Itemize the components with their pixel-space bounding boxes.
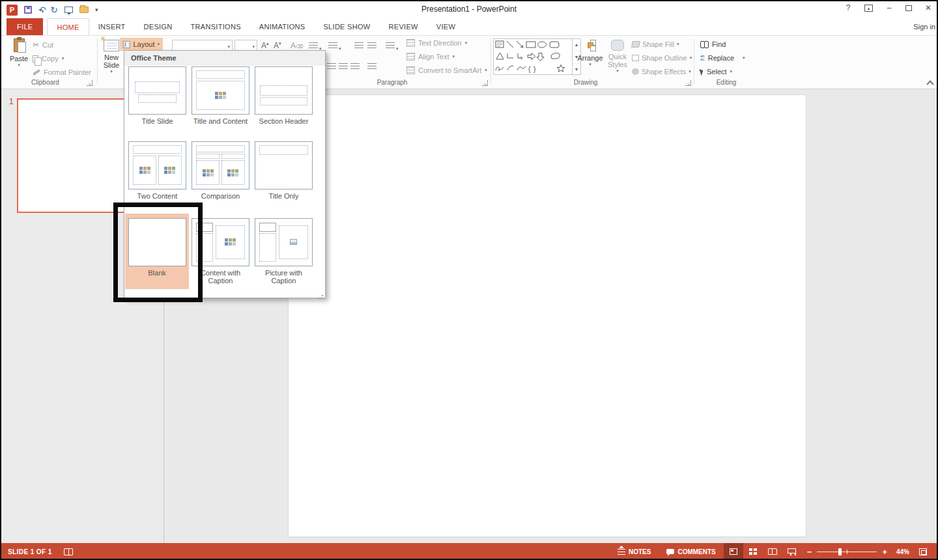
tab-home[interactable]: HOME bbox=[47, 18, 89, 35]
reading-view-button[interactable] bbox=[763, 543, 782, 560]
menu-resize-grip[interactable] bbox=[318, 291, 323, 296]
tab-slideshow[interactable]: SLIDE SHOW bbox=[314, 18, 379, 35]
slide-show-button[interactable] bbox=[782, 543, 802, 560]
paragraph-dialog-launcher[interactable] bbox=[482, 80, 488, 86]
svg-text:}: } bbox=[533, 65, 536, 73]
layout-option-title-and-content[interactable]: Title and Content bbox=[189, 66, 252, 125]
align-center-button[interactable] bbox=[339, 63, 348, 70]
notes-button[interactable]: NOTES bbox=[610, 543, 659, 560]
layout-option-two-content[interactable]: Two Content bbox=[126, 141, 189, 200]
sign-in-link[interactable]: Sign in bbox=[913, 23, 935, 31]
svg-text:{: { bbox=[528, 65, 531, 73]
layout-option-title-slide[interactable]: Title Slide bbox=[126, 66, 189, 125]
format-painter-icon bbox=[33, 69, 40, 76]
line-spacing-button[interactable] bbox=[386, 42, 395, 49]
zoom-slider[interactable] bbox=[817, 552, 877, 552]
layout-option-section-header[interactable]: Section Header bbox=[252, 66, 315, 125]
replace-icon: abac bbox=[700, 55, 705, 61]
align-right-button[interactable] bbox=[350, 63, 360, 70]
shape-outline-button[interactable]: Shape Outline ▾ bbox=[632, 53, 692, 63]
drawing-group-label: Drawing bbox=[556, 79, 615, 86]
normal-view-button[interactable] bbox=[724, 543, 743, 560]
paste-button[interactable]: Paste ▾ bbox=[8, 38, 30, 80]
slide-show-icon bbox=[788, 548, 796, 553]
paragraph-group-label: Paragraph bbox=[363, 79, 421, 86]
close-button[interactable]: ✕ bbox=[922, 3, 934, 12]
quick-styles-button[interactable]: Quick Styles ▾ bbox=[606, 38, 629, 80]
minimize-button[interactable]: – bbox=[883, 3, 895, 12]
zoom-in-icon[interactable]: + bbox=[882, 547, 887, 557]
shape-effects-button[interactable]: Shape Effects ▾ bbox=[632, 66, 691, 77]
ribbon-tab-row: FILE HOME INSERT DESIGN TRANSITIONS ANIM… bbox=[1, 18, 937, 36]
increase-font-size-button[interactable]: A▴ bbox=[261, 41, 269, 50]
tab-review[interactable]: REVIEW bbox=[380, 18, 427, 35]
tab-transitions[interactable]: TRANSITIONS bbox=[182, 18, 250, 35]
tab-insert[interactable]: INSERT bbox=[89, 18, 135, 35]
comments-button[interactable]: COMMENTS bbox=[659, 543, 723, 560]
maximize-button[interactable] bbox=[905, 5, 912, 11]
new-slide-icon bbox=[104, 40, 119, 51]
help-icon[interactable]: ? bbox=[842, 3, 854, 12]
tab-design[interactable]: DESIGN bbox=[135, 18, 182, 35]
increase-indent-button[interactable] bbox=[367, 42, 377, 49]
slide-canvas[interactable] bbox=[288, 94, 806, 537]
decrease-indent-button[interactable] bbox=[354, 42, 363, 49]
ribbon-display-options-icon[interactable]: ▴ bbox=[864, 5, 873, 12]
title-bar: P ↶▾ ↻ ▾ Presentation1 - PowerPoint ? ▴ … bbox=[1, 1, 937, 18]
find-button[interactable]: Find bbox=[700, 39, 726, 49]
zoom-percentage[interactable]: 44% bbox=[892, 548, 913, 555]
shapes-gallery[interactable]: { } bbox=[493, 38, 573, 75]
slide-number: 1 bbox=[9, 97, 14, 106]
layout-option-title-only[interactable]: Title Only bbox=[252, 141, 315, 200]
annotation-highlight-box bbox=[113, 203, 203, 302]
format-painter-button[interactable]: Format Painter bbox=[33, 67, 91, 77]
copy-button[interactable]: Copy ▾ bbox=[33, 53, 64, 64]
line-spacing-dropdown-arrow[interactable]: ▾ bbox=[396, 43, 399, 52]
replace-button[interactable]: abac Replace ▾ bbox=[700, 53, 745, 63]
shape-icons: { } bbox=[494, 39, 572, 74]
cut-button[interactable]: ✂ Cut bbox=[33, 40, 53, 50]
copy-dropdown-arrow: ▾ bbox=[62, 56, 64, 61]
clear-formatting-button[interactable]: A⌫ bbox=[291, 41, 303, 50]
shape-outline-icon bbox=[632, 55, 639, 61]
text-direction-icon bbox=[406, 39, 415, 47]
layout-option-comparison[interactable]: Comparison bbox=[189, 141, 252, 200]
clipboard-dialog-launcher[interactable] bbox=[87, 80, 92, 86]
drawing-dialog-launcher[interactable] bbox=[685, 80, 691, 86]
slide-sorter-view-button[interactable] bbox=[743, 543, 763, 560]
tab-file[interactable]: FILE bbox=[7, 18, 43, 35]
collapse-ribbon-icon[interactable] bbox=[926, 80, 933, 87]
decrease-font-size-button[interactable]: A▾ bbox=[274, 41, 281, 50]
zoom-out-icon[interactable]: − bbox=[807, 547, 812, 557]
zoom-slider-thumb[interactable] bbox=[838, 548, 842, 555]
copy-icon bbox=[33, 55, 38, 63]
editing-group-label: Editing bbox=[697, 79, 756, 86]
columns-button[interactable] bbox=[367, 63, 377, 70]
fit-to-window-icon bbox=[919, 548, 927, 555]
select-button[interactable]: Select ▾ bbox=[700, 66, 732, 77]
find-icon bbox=[700, 41, 709, 48]
slide-sorter-icon bbox=[749, 548, 757, 555]
layout-button[interactable]: Layout ▾ bbox=[120, 38, 163, 51]
layout-dropdown-arrow: ▾ bbox=[157, 42, 160, 47]
numbering-dropdown-arrow[interactable]: ▾ bbox=[339, 43, 341, 52]
new-slide-dropdown-arrow: ▾ bbox=[99, 69, 124, 74]
clipboard-group-label: Clipboard bbox=[14, 79, 76, 86]
layout-option-picture-with-caption[interactable]: Picture with Caption bbox=[252, 218, 315, 285]
powerpoint-window: P ↶▾ ↻ ▾ Presentation1 - PowerPoint ? ▴ … bbox=[0, 0, 938, 560]
tab-animations[interactable]: ANIMATIONS bbox=[250, 18, 315, 35]
shape-fill-button[interactable]: Shape Fill ▾ bbox=[632, 39, 679, 49]
fit-to-window-button[interactable] bbox=[913, 543, 933, 560]
select-icon bbox=[699, 68, 704, 76]
text-direction-button[interactable]: Text Direction ▾ bbox=[406, 39, 467, 47]
align-left-button[interactable] bbox=[327, 63, 336, 70]
paste-icon bbox=[14, 38, 25, 52]
bullets-button[interactable] bbox=[309, 42, 318, 49]
status-bar: SLIDE 1 OF 1 NOTES COMMENTS − + 44% bbox=[1, 543, 937, 560]
tab-view[interactable]: VIEW bbox=[427, 18, 464, 35]
spell-check-icon[interactable] bbox=[64, 548, 73, 555]
arrange-button[interactable]: Arrange ▾ bbox=[577, 38, 603, 80]
numbering-button[interactable] bbox=[328, 42, 337, 49]
convert-to-smartart-button[interactable]: Convert to SmartArt ▾ bbox=[406, 66, 487, 74]
align-text-button[interactable]: Align Text ▾ bbox=[406, 53, 455, 61]
